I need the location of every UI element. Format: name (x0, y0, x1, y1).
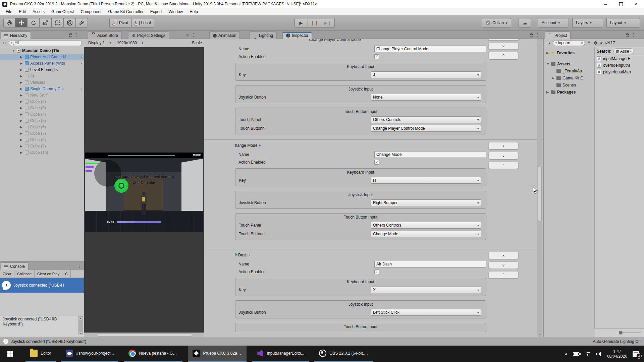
collab-dropdown[interactable]: ✓Collab (482, 18, 511, 27)
key-dropdown[interactable]: J (371, 71, 481, 78)
display-dropdown[interactable]: Display 1 (86, 40, 113, 46)
foldout-arrow-icon[interactable]: ▶ (20, 144, 23, 148)
prefab-more-icon[interactable]: › (80, 86, 82, 91)
foldout-arrow-icon[interactable]: ▶ (20, 68, 23, 71)
foldout-arrow-icon[interactable]: ▶ (20, 62, 23, 65)
move-up-button[interactable]: ^ (488, 52, 519, 59)
hierarchy-item[interactable]: ▶ Cube (7) (0, 130, 84, 136)
foldout-arrow-icon[interactable]: ▶ (20, 119, 23, 122)
auto-generate-lighting-toggle[interactable]: Auto Generate Lighting Off (593, 339, 641, 344)
foldout-arrow-icon[interactable]: ▶ (20, 87, 23, 90)
notifications-icon[interactable]: 4 (633, 351, 639, 357)
wifi-icon[interactable] (585, 352, 590, 356)
foldout-arrow-icon[interactable]: ▶ (546, 51, 549, 55)
menu-window[interactable]: Window (166, 9, 186, 15)
name-field[interactable] (374, 261, 486, 267)
remove-action-button[interactable]: x (488, 142, 519, 149)
project-search-input[interactable]: inputm× (553, 40, 585, 46)
cloud-button[interactable]: ☁ (519, 18, 531, 27)
thumbnail-zoom-slider[interactable] (619, 333, 641, 333)
action-enabled-checkbox[interactable]: ✓ (374, 54, 379, 59)
taskbar-item[interactable]: inputManagerEdito... (252, 346, 309, 362)
tab-lighting[interactable]: Lighting (250, 32, 277, 39)
hierarchy-item[interactable]: ▶ Cube (9) (0, 143, 84, 149)
remove-action-button[interactable]: x (488, 252, 519, 259)
volume-muted-icon[interactable] (596, 352, 602, 356)
console-collapse-button[interactable]: Collapse (14, 270, 35, 278)
transform-tool-button[interactable] (64, 18, 76, 27)
clear-search-icon[interactable]: × (581, 41, 583, 45)
maximize-button[interactable] (613, 0, 629, 8)
foldout-arrow-icon[interactable]: ▶ (546, 90, 549, 94)
tab-animation[interactable]: Animation (209, 32, 240, 39)
foldout-arrow-icon[interactable]: ▶ (20, 55, 23, 59)
foldout-arrow-icon[interactable]: ▶ (20, 74, 23, 78)
status-message[interactable]: Joystick connected ("USB-HID Keyboard"). (11, 339, 88, 344)
hierarchy-item[interactable]: ▶ Cube (2) (0, 98, 84, 105)
menu-edit[interactable]: Edit (16, 9, 29, 15)
action-enabled-checkbox[interactable]: ✓ (374, 269, 379, 274)
section-button-clipped[interactable] (488, 39, 519, 41)
key-dropdown[interactable]: H (371, 177, 481, 184)
menu-assets[interactable]: Assets (30, 9, 48, 15)
hierarchy-item[interactable]: ▶ Cube (5) (0, 117, 84, 124)
hierarchy-item[interactable]: ▶ Player And Game M › (0, 54, 84, 60)
lock-icon[interactable] (626, 35, 629, 37)
hierarchy-item[interactable]: ▼ Mansion Demo (Thi (0, 47, 84, 54)
hierarchy-search-input[interactable]: All (9, 40, 82, 46)
taskbar-item[interactable]: Nueva pestaña - Go... (124, 346, 182, 362)
tab-project[interactable]: Project (545, 32, 571, 39)
menu-game-kit-controller[interactable]: Game Kit Controller (105, 9, 146, 15)
minimize-button[interactable] (598, 0, 613, 8)
taskbar-item[interactable]: Prueba GKC 3.02a 2... (188, 346, 247, 362)
touch-panel-dropdown[interactable]: Others Controls (371, 116, 481, 123)
name-field[interactable] (374, 151, 486, 158)
game-viewport[interactable]: MODE Use mouse wheel to move camera Use … (84, 47, 204, 333)
search-result-item[interactable]: # playerInputMan (595, 69, 644, 75)
tray-expand-icon[interactable]: ∧ (565, 352, 568, 356)
battery-icon[interactable] (573, 352, 580, 356)
move-down-button[interactable]: v (488, 152, 519, 159)
custom-tool-button[interactable] (76, 18, 88, 27)
hidden-count[interactable]: 17 (605, 41, 615, 45)
game-hscrollbar[interactable] (84, 333, 204, 337)
start-button[interactable] (0, 346, 20, 362)
search-result-item[interactable]: # inputManagerE (595, 55, 644, 62)
move-tool-button[interactable] (15, 18, 28, 27)
tab-hierarchy[interactable]: Hierarchy (1, 32, 31, 39)
hierarchy-item[interactable]: ▶ Cube (10) (0, 149, 84, 156)
tab-inspector[interactable]: iInspector (282, 32, 312, 39)
foldout-arrow-icon[interactable]: ▼ (12, 49, 15, 52)
joystick-button-dropdown[interactable]: Right Bumper (371, 199, 481, 206)
hierarchy-item[interactable]: ▶ Level Elements (0, 66, 84, 73)
section-foldout[interactable]: ▼Air Dash + (235, 252, 486, 258)
joystick-button-dropdown[interactable]: None (371, 94, 481, 101)
hierarchy-item[interactable]: ▶ Single Dummy Cut › (0, 85, 84, 92)
close-button[interactable] (629, 0, 644, 8)
hierarchy-item[interactable]: ▶ Cube (6) (0, 124, 84, 130)
console-clear-button[interactable]: Clear (0, 270, 14, 278)
foldout-arrow-icon[interactable]: ▶ (20, 125, 23, 129)
save-search-icon[interactable]: ★ (599, 41, 603, 46)
project-tree-item[interactable]: _TerrainAu (544, 67, 594, 74)
create-asset-button[interactable]: + (546, 41, 550, 46)
project-tree-item[interactable]: ▶ Packages (544, 88, 594, 96)
search-by-label-icon[interactable] (593, 41, 598, 45)
kebab-menu-icon[interactable]: ⋮ (192, 33, 196, 37)
foldout-arrow-icon[interactable]: ▶ (20, 132, 23, 135)
layers-dropdown[interactable]: Layers (572, 18, 603, 27)
kebab-menu-icon[interactable]: ⋮ (78, 264, 82, 268)
foldout-arrow-icon[interactable]: ▶ (552, 76, 555, 80)
lock-icon[interactable] (530, 35, 533, 37)
kebab-menu-icon[interactable]: ⋮ (536, 33, 540, 37)
project-tree-item[interactable]: ▼ Assets (544, 60, 594, 67)
touch-panel-dropdown[interactable]: Others Controls (371, 222, 481, 229)
menu-gameobject[interactable]: GameObject (48, 9, 77, 15)
tab-console[interactable]: Console (1, 262, 29, 270)
console-c-button[interactable]: C (62, 270, 71, 278)
menu-component[interactable]: Component (77, 9, 104, 15)
move-up-button[interactable]: ^ (488, 162, 519, 169)
tab-overflow-icon[interactable]: » (186, 33, 189, 37)
console-detail-scrollbar[interactable]: ▲▼ (78, 316, 83, 335)
taskbar-item[interactable]: Editor (25, 346, 56, 362)
